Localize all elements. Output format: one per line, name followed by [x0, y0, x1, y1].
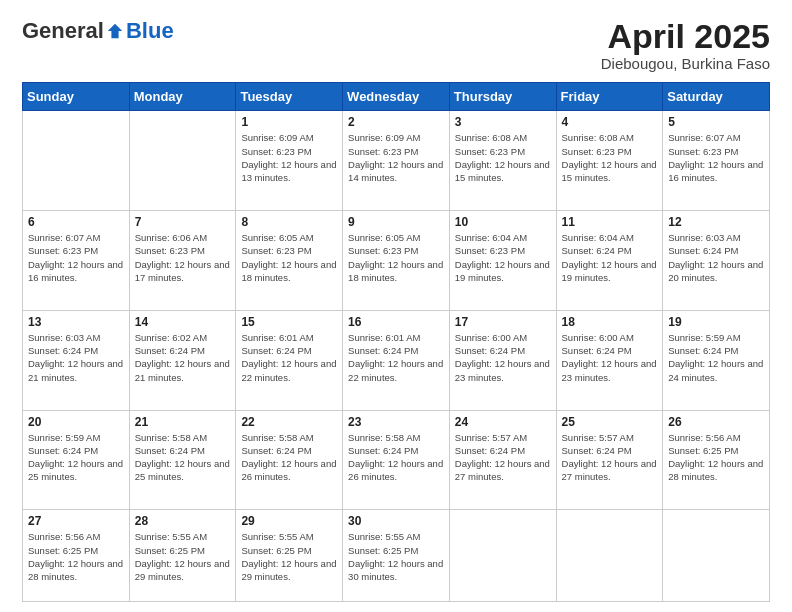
day-number: 11: [562, 215, 658, 229]
day-number: 12: [668, 215, 764, 229]
weekday-header: Thursday: [449, 83, 556, 111]
day-number: 8: [241, 215, 337, 229]
day-info: Sunrise: 5:55 AM Sunset: 6:25 PM Dayligh…: [241, 530, 337, 583]
day-info: Sunrise: 6:03 AM Sunset: 6:24 PM Dayligh…: [668, 231, 764, 284]
day-info: Sunrise: 6:08 AM Sunset: 6:23 PM Dayligh…: [455, 131, 551, 184]
day-info: Sunrise: 6:09 AM Sunset: 6:23 PM Dayligh…: [241, 131, 337, 184]
logo: General Blue: [22, 18, 174, 44]
calendar-cell: 12Sunrise: 6:03 AM Sunset: 6:24 PM Dayli…: [663, 211, 770, 311]
day-info: Sunrise: 6:01 AM Sunset: 6:24 PM Dayligh…: [241, 331, 337, 384]
calendar-cell: 1Sunrise: 6:09 AM Sunset: 6:23 PM Daylig…: [236, 111, 343, 211]
day-number: 26: [668, 415, 764, 429]
calendar-cell: 17Sunrise: 6:00 AM Sunset: 6:24 PM Dayli…: [449, 310, 556, 410]
day-info: Sunrise: 6:00 AM Sunset: 6:24 PM Dayligh…: [455, 331, 551, 384]
day-info: Sunrise: 6:04 AM Sunset: 6:24 PM Dayligh…: [562, 231, 658, 284]
month-title: April 2025: [601, 18, 770, 55]
calendar-cell: 11Sunrise: 6:04 AM Sunset: 6:24 PM Dayli…: [556, 211, 663, 311]
day-number: 30: [348, 514, 444, 528]
day-info: Sunrise: 5:58 AM Sunset: 6:24 PM Dayligh…: [241, 431, 337, 484]
calendar-cell: 2Sunrise: 6:09 AM Sunset: 6:23 PM Daylig…: [343, 111, 450, 211]
calendar-cell: 8Sunrise: 6:05 AM Sunset: 6:23 PM Daylig…: [236, 211, 343, 311]
day-info: Sunrise: 5:56 AM Sunset: 6:25 PM Dayligh…: [668, 431, 764, 484]
calendar-cell: [663, 510, 770, 602]
calendar-cell: 25Sunrise: 5:57 AM Sunset: 6:24 PM Dayli…: [556, 410, 663, 510]
calendar-cell: 5Sunrise: 6:07 AM Sunset: 6:23 PM Daylig…: [663, 111, 770, 211]
weekday-header: Friday: [556, 83, 663, 111]
day-number: 21: [135, 415, 231, 429]
day-info: Sunrise: 5:55 AM Sunset: 6:25 PM Dayligh…: [135, 530, 231, 583]
logo-general-text: General: [22, 18, 104, 44]
day-number: 5: [668, 115, 764, 129]
day-info: Sunrise: 5:57 AM Sunset: 6:24 PM Dayligh…: [455, 431, 551, 484]
calendar-cell: 22Sunrise: 5:58 AM Sunset: 6:24 PM Dayli…: [236, 410, 343, 510]
calendar-cell: [129, 111, 236, 211]
calendar-cell: 21Sunrise: 5:58 AM Sunset: 6:24 PM Dayli…: [129, 410, 236, 510]
day-info: Sunrise: 6:03 AM Sunset: 6:24 PM Dayligh…: [28, 331, 124, 384]
weekday-header: Wednesday: [343, 83, 450, 111]
calendar-cell: 27Sunrise: 5:56 AM Sunset: 6:25 PM Dayli…: [23, 510, 130, 602]
calendar: SundayMondayTuesdayWednesdayThursdayFrid…: [22, 82, 770, 602]
day-info: Sunrise: 5:57 AM Sunset: 6:24 PM Dayligh…: [562, 431, 658, 484]
calendar-cell: 20Sunrise: 5:59 AM Sunset: 6:24 PM Dayli…: [23, 410, 130, 510]
day-number: 19: [668, 315, 764, 329]
day-info: Sunrise: 6:05 AM Sunset: 6:23 PM Dayligh…: [348, 231, 444, 284]
day-info: Sunrise: 6:04 AM Sunset: 6:23 PM Dayligh…: [455, 231, 551, 284]
calendar-cell: 16Sunrise: 6:01 AM Sunset: 6:24 PM Dayli…: [343, 310, 450, 410]
day-number: 28: [135, 514, 231, 528]
calendar-cell: [23, 111, 130, 211]
logo-blue-text: Blue: [126, 18, 174, 44]
day-number: 13: [28, 315, 124, 329]
calendar-cell: 19Sunrise: 5:59 AM Sunset: 6:24 PM Dayli…: [663, 310, 770, 410]
day-number: 25: [562, 415, 658, 429]
day-number: 6: [28, 215, 124, 229]
day-number: 2: [348, 115, 444, 129]
day-number: 27: [28, 514, 124, 528]
day-number: 15: [241, 315, 337, 329]
day-info: Sunrise: 5:58 AM Sunset: 6:24 PM Dayligh…: [135, 431, 231, 484]
day-info: Sunrise: 6:01 AM Sunset: 6:24 PM Dayligh…: [348, 331, 444, 384]
day-number: 29: [241, 514, 337, 528]
logo-icon: [106, 22, 124, 40]
title-block: April 2025 Diebougou, Burkina Faso: [601, 18, 770, 72]
day-info: Sunrise: 5:59 AM Sunset: 6:24 PM Dayligh…: [668, 331, 764, 384]
day-info: Sunrise: 6:00 AM Sunset: 6:24 PM Dayligh…: [562, 331, 658, 384]
day-info: Sunrise: 6:05 AM Sunset: 6:23 PM Dayligh…: [241, 231, 337, 284]
header: General Blue April 2025 Diebougou, Burki…: [22, 18, 770, 72]
day-info: Sunrise: 6:09 AM Sunset: 6:23 PM Dayligh…: [348, 131, 444, 184]
calendar-cell: 24Sunrise: 5:57 AM Sunset: 6:24 PM Dayli…: [449, 410, 556, 510]
calendar-cell: 10Sunrise: 6:04 AM Sunset: 6:23 PM Dayli…: [449, 211, 556, 311]
day-info: Sunrise: 6:07 AM Sunset: 6:23 PM Dayligh…: [668, 131, 764, 184]
day-number: 18: [562, 315, 658, 329]
weekday-header: Monday: [129, 83, 236, 111]
calendar-cell: 13Sunrise: 6:03 AM Sunset: 6:24 PM Dayli…: [23, 310, 130, 410]
calendar-cell: 4Sunrise: 6:08 AM Sunset: 6:23 PM Daylig…: [556, 111, 663, 211]
day-info: Sunrise: 5:55 AM Sunset: 6:25 PM Dayligh…: [348, 530, 444, 583]
svg-marker-0: [108, 24, 122, 38]
day-info: Sunrise: 6:06 AM Sunset: 6:23 PM Dayligh…: [135, 231, 231, 284]
day-number: 4: [562, 115, 658, 129]
calendar-cell: 23Sunrise: 5:58 AM Sunset: 6:24 PM Dayli…: [343, 410, 450, 510]
calendar-cell: 6Sunrise: 6:07 AM Sunset: 6:23 PM Daylig…: [23, 211, 130, 311]
calendar-cell: 30Sunrise: 5:55 AM Sunset: 6:25 PM Dayli…: [343, 510, 450, 602]
day-number: 9: [348, 215, 444, 229]
day-info: Sunrise: 5:56 AM Sunset: 6:25 PM Dayligh…: [28, 530, 124, 583]
calendar-cell: 18Sunrise: 6:00 AM Sunset: 6:24 PM Dayli…: [556, 310, 663, 410]
weekday-header: Saturday: [663, 83, 770, 111]
day-number: 22: [241, 415, 337, 429]
calendar-cell: 26Sunrise: 5:56 AM Sunset: 6:25 PM Dayli…: [663, 410, 770, 510]
day-info: Sunrise: 5:58 AM Sunset: 6:24 PM Dayligh…: [348, 431, 444, 484]
calendar-cell: 3Sunrise: 6:08 AM Sunset: 6:23 PM Daylig…: [449, 111, 556, 211]
day-number: 23: [348, 415, 444, 429]
day-number: 20: [28, 415, 124, 429]
calendar-cell: [556, 510, 663, 602]
weekday-header: Tuesday: [236, 83, 343, 111]
calendar-cell: 7Sunrise: 6:06 AM Sunset: 6:23 PM Daylig…: [129, 211, 236, 311]
day-info: Sunrise: 6:08 AM Sunset: 6:23 PM Dayligh…: [562, 131, 658, 184]
day-number: 16: [348, 315, 444, 329]
calendar-cell: 14Sunrise: 6:02 AM Sunset: 6:24 PM Dayli…: [129, 310, 236, 410]
weekday-header: Sunday: [23, 83, 130, 111]
day-number: 14: [135, 315, 231, 329]
day-number: 1: [241, 115, 337, 129]
day-info: Sunrise: 6:02 AM Sunset: 6:24 PM Dayligh…: [135, 331, 231, 384]
calendar-cell: 29Sunrise: 5:55 AM Sunset: 6:25 PM Dayli…: [236, 510, 343, 602]
